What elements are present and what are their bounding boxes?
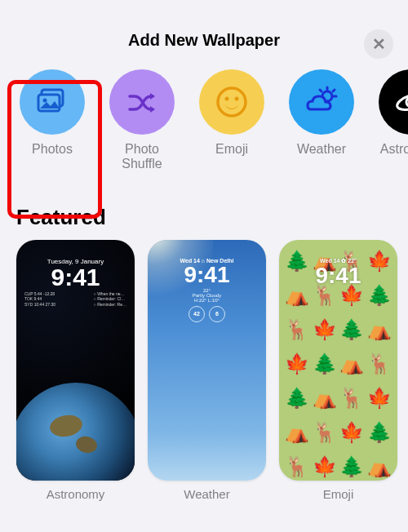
sheet-header: Add New Wallpaper ✕ xyxy=(0,31,408,61)
emoji-cell: ⛺ xyxy=(339,348,366,380)
category-label: Photo Shuffle xyxy=(106,142,178,172)
astronomy-icon xyxy=(379,69,408,135)
emoji-cell: 🌲 xyxy=(366,416,392,449)
category-weather[interactable]: Weather xyxy=(286,69,357,172)
page-title: Add New Wallpaper xyxy=(128,31,280,50)
emoji-cell: 🦌 xyxy=(366,348,392,380)
emoji-cell: ⛺ xyxy=(366,450,392,481)
weather-icon xyxy=(289,69,354,135)
svg-point-2 xyxy=(43,99,47,103)
emoji-cell: 🍁 xyxy=(366,382,392,415)
emoji-cell: 🌲 xyxy=(339,450,366,481)
earth-icon xyxy=(16,383,135,481)
wallpaper-preview-weather: Wed 14 ⌂ New Delhi 9:41 22° Partly Cloud… xyxy=(148,240,266,481)
widget-line: SYD 10:44 27:30 xyxy=(24,302,55,308)
category-photos[interactable]: Photos xyxy=(16,69,88,172)
emoji-cell: ⛺ xyxy=(366,313,392,346)
wallpaper-sheet: Add New Wallpaper ✕ Photos xyxy=(0,16,408,532)
category-label: Astronomy xyxy=(380,142,408,157)
shuffle-icon xyxy=(109,69,175,135)
emoji-cell: 🌲 xyxy=(339,313,366,346)
emoji-cell: 🍁 xyxy=(284,348,310,380)
section-title-featured: Featured xyxy=(0,185,408,240)
emoji-cell: 🦌 xyxy=(312,416,338,449)
emoji-cell: 🦌 xyxy=(284,313,310,346)
emoji-cell: 🍁 xyxy=(339,416,366,449)
emoji-icon xyxy=(199,69,264,135)
close-button[interactable]: ✕ xyxy=(364,29,393,59)
emoji-cell: 🌲 xyxy=(312,348,338,380)
category-row[interactable]: Photos Photo Shuffle xyxy=(0,61,408,185)
photos-icon xyxy=(20,69,85,135)
featured-label: Emoji xyxy=(323,487,354,501)
lock-time: 9:41 xyxy=(279,263,397,289)
emoji-cell: 🦌 xyxy=(339,382,366,415)
category-emoji[interactable]: Emoji xyxy=(196,69,268,172)
close-icon: ✕ xyxy=(372,34,386,54)
svg-point-5 xyxy=(235,97,239,101)
featured-item-emoji[interactable]: Wed 14 ✿ 22° 9:41 🌲⛺🦌🍁⛺🦌🍁🌲🦌🍁🌲⛺🍁🌲⛺🦌🌲⛺🦌🍁⛺🦌… xyxy=(279,240,397,501)
sun-flare-icon xyxy=(148,240,213,321)
category-label: Emoji xyxy=(215,142,248,157)
featured-item-weather[interactable]: Wed 14 ⌂ New Delhi 9:41 22° Partly Cloud… xyxy=(148,240,266,501)
emoji-cell: 🦌 xyxy=(284,450,310,481)
lock-widgets: CUP 5:44 -12:28 TOK 9:44 SYD 10:44 27:30… xyxy=(16,291,135,308)
category-astronomy[interactable]: Astronomy xyxy=(375,69,408,172)
svg-line-8 xyxy=(333,90,335,91)
emoji-cell: ⛺ xyxy=(312,382,338,415)
wallpaper-preview-astronomy: Tuesday, 9 January 9:41 CUP 5:44 -12:28 … xyxy=(16,240,135,481)
featured-row[interactable]: Tuesday, 9 January 9:41 CUP 5:44 -12:28 … xyxy=(0,240,408,501)
featured-item-astronomy[interactable]: Tuesday, 9 January 9:41 CUP 5:44 -12:28 … xyxy=(16,240,135,501)
widget-line: ○ Reminder: Re… xyxy=(94,302,126,308)
svg-point-4 xyxy=(225,97,229,101)
category-photo-shuffle[interactable]: Photo Shuffle xyxy=(106,69,178,172)
category-label: Photos xyxy=(32,142,73,157)
featured-label: Astronomy xyxy=(47,487,105,501)
featured-label: Weather xyxy=(184,487,229,501)
emoji-cell: 🍁 xyxy=(312,313,338,346)
lock-time: 9:41 xyxy=(16,264,135,291)
emoji-cell: 🍁 xyxy=(312,450,338,481)
category-label: Weather xyxy=(297,142,346,157)
svg-point-3 xyxy=(218,88,246,116)
emoji-cell: ⛺ xyxy=(284,416,310,449)
widget-line: ○ Reminder: Cl… xyxy=(94,296,126,302)
wallpaper-preview-emoji: Wed 14 ✿ 22° 9:41 🌲⛺🦌🍁⛺🦌🍁🌲🦌🍁🌲⛺🍁🌲⛺🦌🌲⛺🦌🍁⛺🦌… xyxy=(279,240,397,481)
emoji-cell: 🌲 xyxy=(284,382,310,415)
svg-line-10 xyxy=(320,90,322,91)
